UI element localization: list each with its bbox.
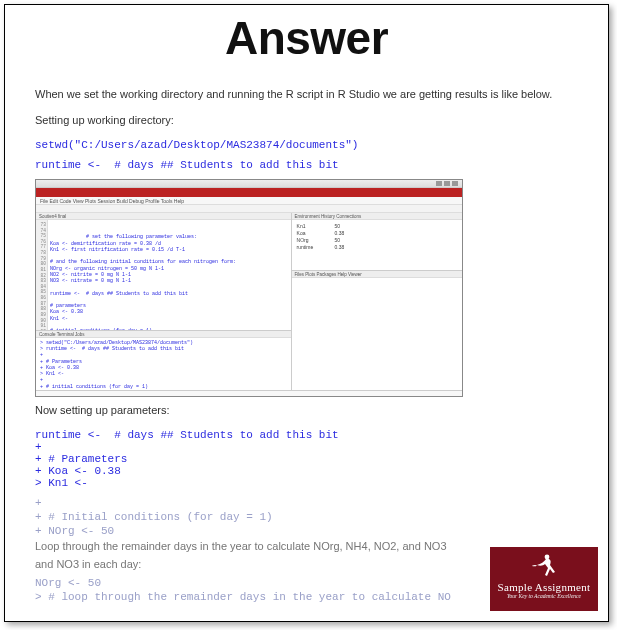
intro-text: When we set the working directory and ru… xyxy=(35,87,578,103)
plus-1: + xyxy=(35,441,578,453)
editor-text: # set the following parameter values: Ko… xyxy=(50,234,236,331)
faded-norg: + NOrg <- 50 xyxy=(35,525,578,537)
logo-tag: Your Key to Academic Excellence xyxy=(490,593,598,599)
source-editor-pane: Soutien4 final 73 74 75 76 77 78 79 80 8… xyxy=(36,213,291,331)
dancer-icon xyxy=(529,553,559,579)
env-tab: Environment History Connections xyxy=(292,213,462,220)
rstudio-toolbar xyxy=(36,205,462,213)
env-values: Kn150 Koa0.38 NOrg50 runtime0.38 xyxy=(292,220,462,254)
rstudio-screenshot: File Edit Code View Plots Session Build … xyxy=(35,179,463,397)
runtime-code: runtime <- # days ## Students to add thi… xyxy=(35,159,578,171)
console-tab: Console Terminal Jobs xyxy=(36,331,291,338)
page-title: Answer xyxy=(35,11,578,65)
editor-tab: Soutien4 final xyxy=(36,213,291,220)
runtime-code-2: runtime <- # days ## Students to add thi… xyxy=(35,429,578,441)
setwd-code: setwd("C:/Users/azad/Desktop/MAS23874/do… xyxy=(35,139,578,151)
files-pane: Files Plots Packages Help Viewer xyxy=(292,271,462,391)
svg-point-0 xyxy=(545,555,550,560)
line-gutter: 73 74 75 76 77 78 79 80 81 82 83 84 85 8… xyxy=(36,220,48,331)
sample-assignment-logo: Sample Assignment Your Key to Academic E… xyxy=(490,547,598,611)
setting-wd-label: Setting up working directory: xyxy=(35,113,578,129)
files-tab: Files Plots Packages Help Viewer xyxy=(292,271,462,278)
now-setting-label: Now setting up parameters: xyxy=(35,403,578,419)
document-page: Answer When we set the working directory… xyxy=(4,4,609,622)
faded-plus: + xyxy=(35,497,578,509)
console-pane: Console Terminal Jobs > setwd("C:/Users/… xyxy=(36,331,291,391)
rstudio-menubar: File Edit Code View Plots Session Build … xyxy=(36,197,462,205)
logo-name: Sample Assignment xyxy=(490,581,598,593)
faded-initial: + # Initial conditions (for day = 1) xyxy=(35,511,578,523)
console-text: > setwd("C:/Users/azad/Desktop/MAS23874/… xyxy=(36,338,291,391)
rstudio-header-bar xyxy=(36,188,462,197)
params-comment: + # Parameters xyxy=(35,453,578,465)
window-titlebar xyxy=(36,180,462,188)
koa-line: + Koa <- 0.38 xyxy=(35,465,578,477)
editor-code: 73 74 75 76 77 78 79 80 81 82 83 84 85 8… xyxy=(36,220,291,331)
kn1-line: > Kn1 <- xyxy=(35,477,578,489)
environment-pane: Environment History Connections Kn150 Ko… xyxy=(292,213,462,271)
